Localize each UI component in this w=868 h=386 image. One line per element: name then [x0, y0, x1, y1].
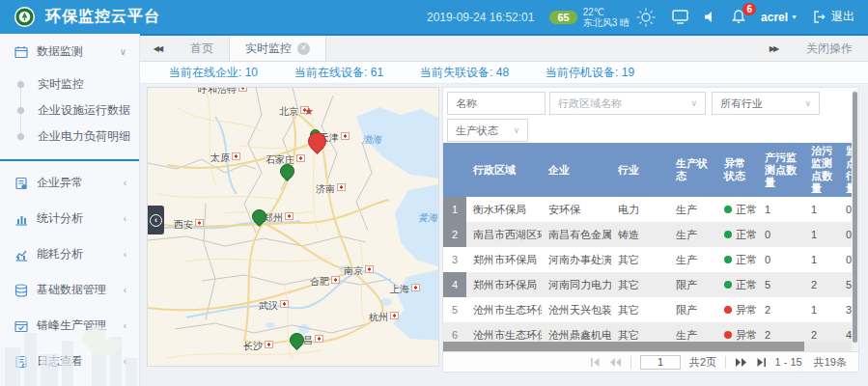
sidebar-item-staggered-production[interactable]: 错峰生产管理 ‹ [0, 308, 139, 344]
close-operations-button[interactable]: 关闭操作 [791, 41, 868, 57]
running-count-cell: 0 [839, 247, 853, 272]
horizontal-scrollbar[interactable] [443, 342, 853, 351]
tabs-scroll-left-icon[interactable]: ◀◀ [140, 36, 175, 61]
sidebar-item-facility-data[interactable]: 企业设施运行数据 [0, 97, 139, 124]
col-region[interactable]: 行政区域 [466, 143, 542, 197]
company-cell: 南昌有色金属有限 [542, 222, 611, 247]
col-treatment-points[interactable]: 治污监测点数量 [804, 143, 839, 197]
region-select[interactable]: 行政区域名称 ∨ [549, 92, 706, 115]
sidebar-item-base-data-management[interactable]: 基础数据管理 ‹ [0, 272, 139, 308]
col-company[interactable]: 企业 [542, 143, 611, 197]
col-running-points[interactable]: 监测点运行数量 [839, 143, 853, 197]
sidebar-item-energy-analysis[interactable]: 能耗分析 ‹ [0, 236, 139, 272]
logout-label: 退出 [831, 9, 854, 25]
pollution-count-cell: 2 [758, 297, 804, 322]
bar-chart-icon [14, 212, 28, 226]
sidebar-item-label: 日志查看 [37, 353, 83, 370]
pollution-count-cell: 5 [758, 272, 804, 297]
status-dot [724, 306, 732, 314]
tab-label: 实时监控 [245, 41, 292, 57]
table-row[interactable]: 3 郑州市环保局 河南办事处演示 其它 生产 正常 0 1 0 [443, 247, 853, 272]
sidebar-item-statistics[interactable]: 统计分析 ‹ [0, 201, 139, 236]
map-panel[interactable]: 呼和浩特 北京 ★ 天津 太原 石家庄 济南 西安 郑州 南京 合肥 上海 武汉… [147, 87, 439, 367]
chevron-left-icon: ‹ [124, 213, 126, 224]
weather-text: 22℃ 东北风3 晴 [583, 7, 630, 28]
total-rows-text: 共19条 [814, 355, 847, 370]
first-page-icon[interactable] [590, 358, 601, 367]
abnormal-status-cell: 正常 [717, 272, 758, 297]
company-cell: 河南办事处演示 [542, 247, 611, 272]
datetime-text: 2019-09-24 16:52:01 [427, 11, 534, 24]
sea-label: 黄海 [418, 211, 437, 225]
table-row[interactable]: 4 郑州市环保局 河南同力电力设备 其它 限产 正常 5 2 5 [443, 272, 853, 297]
chevron-down-icon: ∨ [513, 125, 519, 135]
sidebar-item-label: 错峰生产管理 [37, 317, 106, 334]
speaker-icon[interactable] [704, 11, 716, 23]
next-page-icon[interactable] [735, 358, 747, 367]
sidebar-item-label: 统计分析 [37, 210, 83, 227]
region-cell: 衡水环保局 [466, 197, 542, 222]
log-file-icon [14, 355, 28, 369]
production-status-select[interactable]: 生产状态 ∨ [447, 119, 528, 142]
tabs-scroll-right-icon[interactable]: ▶▶ [756, 44, 791, 53]
col-row-number [443, 143, 466, 197]
logout-icon [813, 11, 826, 23]
sidebar-item-power-load-detail[interactable]: 企业电力负荷明细 [0, 124, 139, 150]
row-number-cell[interactable]: 1 [443, 197, 466, 222]
prev-page-icon[interactable] [609, 358, 622, 367]
table-row[interactable]: 5 沧州市生态环保局 沧州天兴包装制品 其它 限产 异常 2 1 3 [443, 297, 853, 322]
industry-cell: 其它 [611, 297, 669, 322]
treatment-count-cell: 1 [804, 222, 839, 247]
monitor-icon[interactable] [672, 10, 688, 24]
chevron-left-icon: ‹ [124, 356, 126, 367]
username-text: acrel [761, 11, 788, 24]
user-menu[interactable]: acrel ▼ [761, 11, 798, 24]
energy-chart-icon [14, 248, 28, 262]
sidebar-item-label: 数据监测 [37, 43, 83, 60]
company-cell: 河南同力电力设备 [542, 272, 611, 297]
row-number-cell[interactable]: 3 [443, 247, 466, 272]
scrollbar-thumb[interactable] [443, 342, 804, 351]
col-abnormal-status[interactable]: 异常状态 [717, 143, 758, 197]
sidebar: 数据监测 ∨ 实时监控 企业设施运行数据 企业电力负荷明细 企业异常 ‹ 统计分… [0, 34, 140, 386]
sidebar-item-enterprise-abnormal[interactable]: 企业异常 ‹ [0, 165, 139, 201]
logout-button[interactable]: 退出 [813, 9, 854, 25]
stats-bar: 当前在线企业: 10 当前在线设备: 61 当前失联设备: 48 当前停机设备:… [140, 62, 868, 84]
vertical-scrollbar[interactable] [852, 90, 858, 352]
panel-collapse-button[interactable]: ‹ [148, 206, 164, 234]
region-cell: 沧州市生态环保局 [466, 297, 542, 322]
sidebar-submenu: 实时监控 企业设施运行数据 企业电力负荷明细 [0, 69, 139, 161]
stat-stopped-devices: 当前停机设备: 19 [546, 65, 634, 81]
row-number-cell[interactable]: 5 [443, 297, 466, 322]
name-search-input[interactable] [447, 92, 546, 115]
row-number-cell[interactable]: 2 [443, 222, 466, 247]
table-row[interactable]: 2 南昌市西湖区环保局 南昌有色金属有限 铸造 生产 正常 0 1 0 [443, 222, 853, 247]
col-pollution-points[interactable]: 产污监测点数量 [758, 143, 804, 197]
tab-home[interactable]: 首页 [175, 36, 229, 61]
sidebar-item-log-viewer[interactable]: 日志查看 ‹ [0, 344, 139, 379]
row-number-cell[interactable]: 4 [443, 272, 466, 297]
abnormal-status-cell: 正常 [717, 222, 758, 247]
col-prod-status[interactable]: 生产状态 [669, 143, 717, 197]
page-number-input[interactable] [640, 355, 681, 370]
industry-cell: 铸造 [611, 222, 669, 247]
city-label: 西安 [174, 218, 204, 232]
page-title: 环保监控云平台 [45, 7, 160, 27]
status-dot [724, 281, 732, 289]
status-dot [724, 256, 732, 263]
divider [630, 356, 631, 369]
chevron-left-icon: ‹ [150, 214, 162, 227]
col-industry[interactable]: 行业 [611, 143, 669, 197]
last-page-icon[interactable] [756, 358, 767, 367]
notifications-bell-icon[interactable]: 6 [732, 10, 745, 24]
alerts-count-badge[interactable]: 6 [742, 3, 756, 15]
tab-realtime-monitoring[interactable]: 实时监控 × [229, 36, 326, 61]
status-dot [724, 231, 732, 238]
chevron-down-icon: ∨ [690, 98, 697, 108]
scrollbar-thumb[interactable] [853, 92, 857, 343]
sidebar-item-data-monitoring[interactable]: 数据监测 ∨ [0, 34, 139, 69]
close-icon[interactable]: × [297, 42, 310, 55]
table-row[interactable]: 1 衡水环保局 安环保 电力 生产 正常 1 1 0 [443, 197, 853, 222]
industry-select[interactable]: 所有行业 ∨ [712, 92, 820, 115]
sidebar-item-realtime-monitoring[interactable]: 实时监控 [0, 71, 139, 97]
